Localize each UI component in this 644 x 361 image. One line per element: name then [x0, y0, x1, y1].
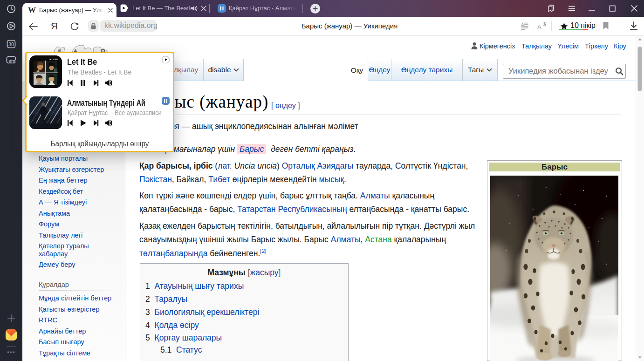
- svg-text:LET IT BE: LET IT BE: [49, 58, 58, 61]
- svg-text:30: 30: [8, 41, 14, 47]
- svg-text:A: A: [521, 22, 524, 27]
- svg-text:A: A: [537, 23, 541, 30]
